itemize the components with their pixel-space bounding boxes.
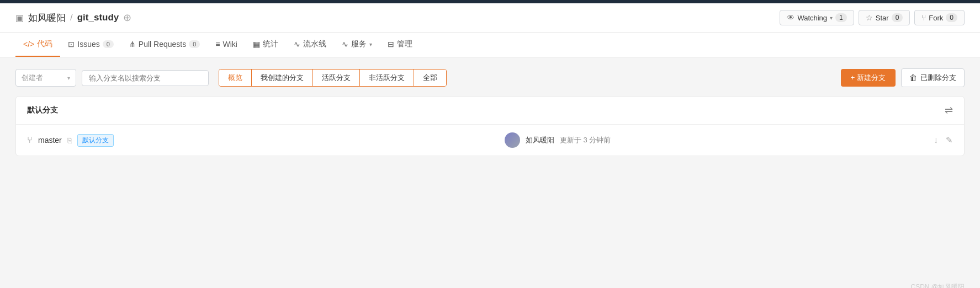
commit-info: 如风暖阳 更新于 3 分钟前 [188, 132, 927, 148]
branch-name[interactable]: master [38, 136, 62, 145]
repo-title: ▣ 如风暖阳 / git_study ⊕ [15, 12, 131, 24]
new-branch-button[interactable]: + 新建分支 [841, 69, 896, 87]
content-area: 创建者 ▾ 概览 我创建的分支 活跃分支 非活跃分支 全部 + 新建分支 🗑 已… [0, 57, 980, 278]
tab-pipeline[interactable]: ∿ 流水线 [286, 33, 334, 57]
tab-manage-label: 管理 [397, 39, 412, 49]
compare-icon[interactable]: ⇌ [945, 104, 953, 116]
commit-time: 更新于 3 分钟前 [560, 135, 611, 145]
edit-icon[interactable]: ✎ [946, 135, 953, 145]
pipeline-icon: ∿ [294, 40, 300, 49]
watching-count: 1 [835, 13, 847, 22]
tab-code-label: 代码 [37, 39, 52, 49]
default-badge: 默认分支 [77, 134, 114, 147]
alert-icon[interactable]: ⊕ [123, 12, 131, 24]
table-row: ⑂ master ⎘ 默认分支 如风暖阳 更新于 3 分钟前 ↓ ✎ [16, 125, 964, 156]
tab-wiki-label: Wiki [223, 40, 237, 49]
services-caret: ▾ [369, 41, 372, 47]
fork-button[interactable]: ⑂ Fork 0 [914, 10, 965, 25]
manage-icon: ⊟ [388, 40, 394, 49]
creator-select[interactable]: 创建者 ▾ [15, 69, 76, 87]
download-icon[interactable]: ↓ [934, 135, 938, 145]
tab-group: 概览 我创建的分支 活跃分支 非活跃分支 全部 [219, 69, 447, 87]
separator: / [70, 12, 73, 23]
tab-manage[interactable]: ⊟ 管理 [380, 33, 420, 57]
issues-badge: 0 [103, 40, 114, 48]
tab-code[interactable]: </> 代码 [15, 33, 60, 57]
deleted-branch-button[interactable]: 🗑 已删除分支 [901, 68, 965, 87]
tab-wiki[interactable]: ≡ Wiki [208, 33, 245, 56]
search-input[interactable] [82, 70, 209, 86]
tab-stats-label: 统计 [263, 39, 278, 49]
tab-issues[interactable]: ⊡ Issues 0 [60, 33, 121, 56]
deleted-branch-label: 已删除分支 [920, 73, 956, 83]
creator-label: 创建者 [22, 73, 43, 83]
pullrequests-icon: ⋔ [129, 40, 136, 49]
nav-tabs: </> 代码 ⊡ Issues 0 ⋔ Pull Requests 0 ≡ Wi… [0, 33, 980, 57]
repo-box-icon: ▣ [15, 13, 24, 23]
fork-label: Fork [929, 14, 943, 22]
fork-icon: ⑂ [921, 13, 926, 22]
repo-header: ▣ 如风暖阳 / git_study ⊕ 👁 Watching ▾ 1 ☆ St… [0, 3, 980, 33]
creator-caret: ▾ [67, 75, 70, 81]
star-button[interactable]: ☆ Star 0 [859, 10, 910, 25]
tab-active[interactable]: 活跃分支 [313, 70, 360, 86]
page-footer: CSDN @如风暖阳 [0, 278, 980, 288]
pullrequests-badge: 0 [189, 40, 200, 48]
header-actions: 👁 Watching ▾ 1 ☆ Star 0 ⑂ Fork 0 [780, 10, 965, 25]
tab-pullrequests[interactable]: ⋔ Pull Requests 0 [121, 33, 208, 56]
branch-section-header: 默认分支 ⇌ [16, 97, 964, 125]
watching-label: Watching [797, 14, 827, 22]
footer-text: CSDN @如风暖阳 [910, 283, 965, 288]
star-icon: ☆ [866, 13, 873, 22]
star-label: Star [876, 14, 889, 22]
tab-services[interactable]: ∿ 服务 ▾ [334, 33, 380, 57]
wiki-icon: ≡ [215, 40, 220, 49]
owner-link[interactable]: 如风暖阳 [28, 12, 66, 24]
services-icon: ∿ [342, 40, 348, 49]
tab-stats[interactable]: ▦ 统计 [245, 33, 286, 57]
caret-icon: ▾ [830, 15, 833, 21]
fork-count: 0 [946, 13, 957, 22]
author-avatar [505, 132, 520, 148]
copy-icon[interactable]: ⎘ [67, 136, 72, 145]
eye-icon: 👁 [787, 13, 794, 22]
branch-section: 默认分支 ⇌ ⑂ master ⎘ 默认分支 如风暖阳 更新于 3 分钟前 ↓ … [15, 96, 965, 156]
tab-pipeline-label: 流水线 [303, 39, 326, 49]
tab-inactive[interactable]: 非活跃分支 [360, 70, 414, 86]
branch-actions: ↓ ✎ [934, 135, 953, 145]
code-icon: </> [23, 40, 34, 49]
tab-pullrequests-label: Pull Requests [139, 40, 186, 49]
star-count: 0 [892, 13, 903, 22]
tab-issues-label: Issues [77, 40, 99, 49]
trash-icon: 🗑 [909, 73, 917, 82]
tab-overview[interactable]: 概览 [219, 70, 252, 86]
commit-author[interactable]: 如风暖阳 [526, 135, 554, 145]
tab-mine[interactable]: 我创建的分支 [252, 70, 313, 86]
issues-icon: ⊡ [68, 40, 75, 49]
filters-row: 创建者 ▾ 概览 我创建的分支 活跃分支 非活跃分支 全部 + 新建分支 🗑 已… [15, 68, 965, 87]
branch-left: ⑂ master ⎘ 默认分支 [27, 134, 182, 147]
stats-icon: ▦ [253, 40, 260, 49]
tab-all[interactable]: 全部 [414, 70, 446, 86]
branch-icon: ⑂ [27, 135, 33, 145]
watching-button[interactable]: 👁 Watching ▾ 1 [780, 10, 854, 25]
repo-link[interactable]: git_study [77, 12, 119, 23]
section-title: 默认分支 [27, 105, 58, 115]
tab-services-label: 服务 [351, 39, 367, 49]
